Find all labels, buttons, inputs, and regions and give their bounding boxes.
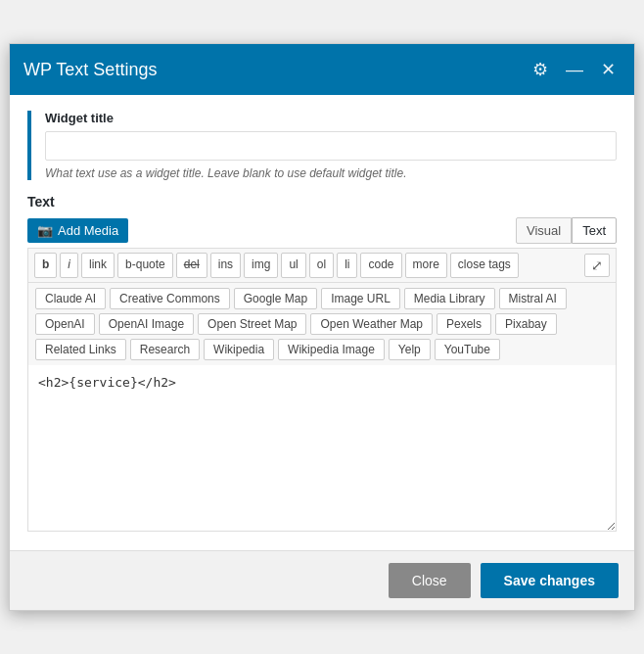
widget-title-hint: What text use as a widget title. Leave b…	[45, 166, 617, 180]
shortcode-related-links[interactable]: Related Links	[35, 339, 126, 360]
shortcode-google-map[interactable]: Google Map	[234, 288, 317, 309]
format-bar: b i link b-quote del ins img ul ol li co…	[27, 248, 617, 281]
format-italic-button[interactable]: i	[60, 253, 78, 277]
shortcode-mistral-ai[interactable]: Mistral AI	[499, 288, 567, 309]
shortcode-open-weather-map[interactable]: Open Weather Map	[310, 313, 433, 335]
format-ins-button[interactable]: ins	[210, 253, 241, 277]
format-bold-button[interactable]: b	[34, 253, 57, 277]
shortcode-yelp[interactable]: Yelp	[389, 339, 431, 360]
shortcode-youtube[interactable]: YouTube	[435, 339, 500, 360]
widget-title-section: Widget title What text use as a widget t…	[27, 111, 617, 180]
shortcode-image-url[interactable]: Image URL	[321, 288, 400, 309]
shortcode-wikipedia[interactable]: Wikipedia	[204, 339, 274, 360]
text-view-button[interactable]: Text	[572, 217, 617, 244]
dialog-body: Widget title What text use as a widget t…	[10, 95, 634, 549]
format-more-button[interactable]: more	[405, 253, 447, 277]
shortcode-open-street-map[interactable]: Open Street Map	[198, 313, 306, 335]
add-media-button[interactable]: 📷 Add Media	[27, 218, 128, 243]
header-actions: ⚙ — ✕	[528, 59, 621, 80]
format-del-button[interactable]: del	[176, 253, 207, 277]
shortcode-pixabay[interactable]: Pixabay	[495, 313, 557, 335]
text-editor[interactable]: <h2>{service}</h2>	[27, 365, 617, 532]
add-media-icon: 📷	[37, 223, 53, 238]
shortcode-claude-ai[interactable]: Claude AI	[35, 288, 106, 309]
format-img-button[interactable]: img	[244, 253, 278, 277]
format-close-tags-button[interactable]: close tags	[450, 253, 519, 277]
format-bquote-button[interactable]: b-quote	[117, 253, 173, 277]
format-link-button[interactable]: link	[81, 253, 115, 277]
dialog-header: WP Text Settings ⚙ — ✕	[10, 44, 634, 95]
expand-editor-button[interactable]: ⤢	[584, 254, 610, 277]
close-icon-button[interactable]: ✕	[596, 59, 621, 80]
dialog-title: WP Text Settings	[23, 60, 157, 80]
wp-text-settings-dialog: WP Text Settings ⚙ — ✕ Widget title What…	[9, 43, 635, 610]
shortcode-openai-image[interactable]: OpenAI Image	[99, 313, 194, 335]
save-changes-button[interactable]: Save changes	[481, 563, 619, 598]
dialog-footer: Close Save changes	[10, 550, 634, 610]
text-section: Text 📷 Add Media Visual Text b i link b-…	[27, 194, 617, 534]
close-button[interactable]: Close	[389, 563, 471, 598]
shortcode-openai[interactable]: OpenAI	[35, 313, 95, 335]
widget-title-label: Widget title	[45, 111, 617, 125]
format-li-button[interactable]: li	[337, 253, 357, 277]
shortcode-research[interactable]: Research	[130, 339, 200, 360]
shortcode-media-library[interactable]: Media Library	[404, 288, 495, 309]
text-section-label: Text	[27, 194, 617, 210]
minimize-icon-button[interactable]: —	[561, 59, 588, 80]
format-ol-button[interactable]: ol	[309, 253, 334, 277]
format-ul-button[interactable]: ul	[281, 253, 305, 277]
shortcode-pexels[interactable]: Pexels	[437, 313, 491, 335]
shortcode-wikipedia-image[interactable]: Wikipedia Image	[278, 339, 385, 360]
editor-toolbar: 📷 Add Media Visual Text	[27, 217, 617, 244]
shortcode-bar: Claude AI Creative Commons Google Map Im…	[27, 282, 617, 365]
format-code-button[interactable]: code	[360, 253, 401, 277]
settings-icon-button[interactable]: ⚙	[528, 59, 553, 80]
view-toggle: Visual Text	[516, 217, 617, 244]
shortcode-creative-commons[interactable]: Creative Commons	[110, 288, 230, 309]
widget-title-input[interactable]	[45, 131, 617, 161]
visual-view-button[interactable]: Visual	[516, 217, 572, 244]
